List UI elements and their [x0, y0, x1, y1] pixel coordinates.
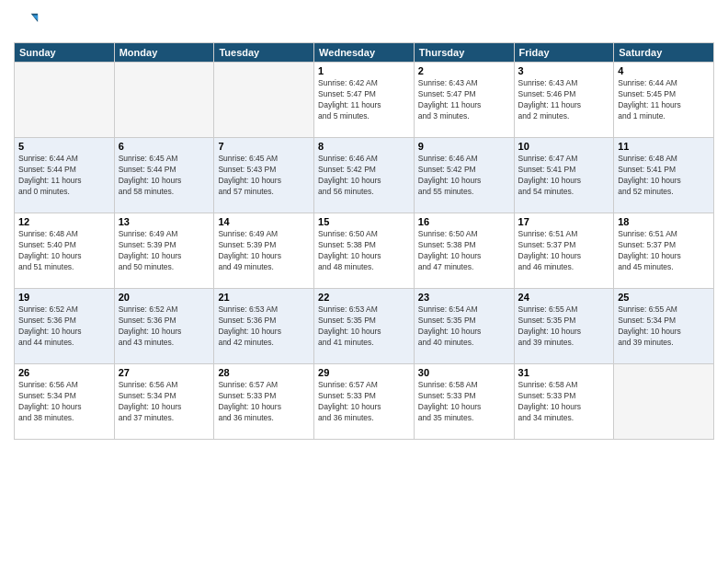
day-info: Sunrise: 6:57 AMSunset: 5:33 PMDaylight:… — [318, 380, 410, 424]
day-info: Sunrise: 6:53 AMSunset: 5:35 PMDaylight:… — [318, 304, 410, 349]
weekday-header-saturday: Saturday — [614, 43, 714, 63]
calendar-cell: 15Sunrise: 6:50 AMSunset: 5:38 PMDayligh… — [314, 213, 415, 289]
header — [14, 9, 714, 35]
calendar-cell: 7Sunrise: 6:45 AMSunset: 5:43 PMDaylight… — [214, 138, 314, 213]
calendar-page: SundayMondayTuesdayWednesdayThursdayFrid… — [0, 0, 728, 563]
day-info: Sunrise: 6:58 AMSunset: 5:33 PMDaylight:… — [518, 380, 610, 424]
weekday-header-tuesday: Tuesday — [214, 43, 314, 63]
calendar-cell: 27Sunrise: 6:56 AMSunset: 5:34 PMDayligh… — [114, 364, 214, 440]
day-number: 30 — [418, 367, 510, 378]
weekday-header-row: SundayMondayTuesdayWednesdayThursdayFrid… — [15, 43, 714, 63]
day-number: 23 — [418, 292, 510, 303]
day-info: Sunrise: 6:43 AMSunset: 5:47 PMDaylight:… — [418, 78, 510, 122]
day-info: Sunrise: 6:52 AMSunset: 5:36 PMDaylight:… — [119, 304, 210, 349]
calendar-cell: 2Sunrise: 6:43 AMSunset: 5:47 PMDaylight… — [414, 63, 514, 138]
day-number: 18 — [618, 216, 710, 227]
day-number: 14 — [218, 216, 310, 227]
day-info: Sunrise: 6:48 AMSunset: 5:41 PMDaylight:… — [618, 154, 710, 198]
calendar-cell: 16Sunrise: 6:50 AMSunset: 5:38 PMDayligh… — [414, 213, 514, 289]
day-info: Sunrise: 6:46 AMSunset: 5:42 PMDaylight:… — [318, 154, 410, 198]
calendar-cell: 22Sunrise: 6:53 AMSunset: 5:35 PMDayligh… — [314, 289, 415, 364]
calendar-cell: 1Sunrise: 6:42 AMSunset: 5:47 PMDaylight… — [314, 63, 415, 138]
calendar-cell: 14Sunrise: 6:49 AMSunset: 5:39 PMDayligh… — [214, 213, 314, 289]
calendar-cell: 5Sunrise: 6:44 AMSunset: 5:44 PMDaylight… — [15, 138, 115, 213]
calendar-cell — [114, 63, 214, 138]
calendar-cell: 21Sunrise: 6:53 AMSunset: 5:36 PMDayligh… — [214, 289, 314, 364]
calendar-cell: 6Sunrise: 6:45 AMSunset: 5:44 PMDaylight… — [114, 138, 214, 213]
svg-rect-0 — [14, 9, 40, 35]
day-info: Sunrise: 6:46 AMSunset: 5:42 PMDaylight:… — [418, 154, 510, 198]
day-info: Sunrise: 6:45 AMSunset: 5:43 PMDaylight:… — [218, 154, 310, 198]
calendar-cell: 10Sunrise: 6:47 AMSunset: 5:41 PMDayligh… — [514, 138, 614, 213]
week-row-3: 12Sunrise: 6:48 AMSunset: 5:40 PMDayligh… — [15, 213, 714, 289]
calendar-cell — [614, 364, 714, 440]
day-info: Sunrise: 6:55 AMSunset: 5:35 PMDaylight:… — [518, 304, 610, 349]
day-info: Sunrise: 6:44 AMSunset: 5:45 PMDaylight:… — [618, 78, 710, 122]
day-info: Sunrise: 6:52 AMSunset: 5:36 PMDaylight:… — [18, 304, 110, 349]
weekday-header-monday: Monday — [114, 43, 214, 63]
day-number: 16 — [418, 216, 510, 227]
day-number: 25 — [618, 292, 710, 303]
day-number: 9 — [418, 141, 510, 152]
calendar-cell: 24Sunrise: 6:55 AMSunset: 5:35 PMDayligh… — [514, 289, 614, 364]
weekday-header-thursday: Thursday — [414, 43, 514, 63]
day-number: 13 — [119, 216, 210, 227]
day-info: Sunrise: 6:53 AMSunset: 5:36 PMDaylight:… — [218, 304, 310, 349]
calendar-cell: 26Sunrise: 6:56 AMSunset: 5:34 PMDayligh… — [15, 364, 115, 440]
day-number: 3 — [518, 65, 610, 76]
day-info: Sunrise: 6:49 AMSunset: 5:39 PMDaylight:… — [218, 229, 310, 273]
day-number: 31 — [518, 367, 610, 378]
day-number: 8 — [318, 141, 410, 152]
day-info: Sunrise: 6:42 AMSunset: 5:47 PMDaylight:… — [318, 78, 410, 122]
day-info: Sunrise: 6:55 AMSunset: 5:34 PMDaylight:… — [618, 304, 710, 349]
weekday-header-friday: Friday — [514, 43, 614, 63]
calendar-table: SundayMondayTuesdayWednesdayThursdayFrid… — [14, 42, 714, 440]
day-info: Sunrise: 6:50 AMSunset: 5:38 PMDaylight:… — [318, 229, 410, 273]
calendar-cell: 18Sunrise: 6:51 AMSunset: 5:37 PMDayligh… — [614, 213, 714, 289]
day-number: 11 — [618, 141, 710, 152]
day-info: Sunrise: 6:48 AMSunset: 5:40 PMDaylight:… — [18, 229, 110, 273]
day-number: 28 — [218, 367, 310, 378]
day-info: Sunrise: 6:45 AMSunset: 5:44 PMDaylight:… — [119, 154, 210, 198]
day-number: 10 — [518, 141, 610, 152]
day-info: Sunrise: 6:56 AMSunset: 5:34 PMDaylight:… — [119, 380, 210, 424]
calendar-cell: 31Sunrise: 6:58 AMSunset: 5:33 PMDayligh… — [514, 364, 614, 440]
calendar-cell: 23Sunrise: 6:54 AMSunset: 5:35 PMDayligh… — [414, 289, 514, 364]
week-row-2: 5Sunrise: 6:44 AMSunset: 5:44 PMDaylight… — [15, 138, 714, 213]
day-number: 21 — [218, 292, 310, 303]
calendar-cell: 20Sunrise: 6:52 AMSunset: 5:36 PMDayligh… — [114, 289, 214, 364]
day-number: 27 — [119, 367, 210, 378]
day-number: 29 — [318, 367, 410, 378]
calendar-cell: 17Sunrise: 6:51 AMSunset: 5:37 PMDayligh… — [514, 213, 614, 289]
calendar-cell — [214, 63, 314, 138]
day-number: 12 — [18, 216, 110, 227]
day-number: 5 — [18, 141, 110, 152]
week-row-4: 19Sunrise: 6:52 AMSunset: 5:36 PMDayligh… — [15, 289, 714, 364]
day-info: Sunrise: 6:43 AMSunset: 5:46 PMDaylight:… — [518, 78, 610, 122]
calendar-cell: 25Sunrise: 6:55 AMSunset: 5:34 PMDayligh… — [614, 289, 714, 364]
day-number: 17 — [518, 216, 610, 227]
day-number: 4 — [618, 65, 710, 76]
day-number: 19 — [18, 292, 110, 303]
day-info: Sunrise: 6:56 AMSunset: 5:34 PMDaylight:… — [18, 380, 110, 424]
calendar-cell: 28Sunrise: 6:57 AMSunset: 5:33 PMDayligh… — [214, 364, 314, 440]
day-info: Sunrise: 6:54 AMSunset: 5:35 PMDaylight:… — [418, 304, 510, 349]
day-info: Sunrise: 6:51 AMSunset: 5:37 PMDaylight:… — [618, 229, 710, 273]
day-info: Sunrise: 6:51 AMSunset: 5:37 PMDaylight:… — [518, 229, 610, 273]
day-number: 15 — [318, 216, 410, 227]
calendar-cell: 4Sunrise: 6:44 AMSunset: 5:45 PMDaylight… — [614, 63, 714, 138]
calendar-cell: 19Sunrise: 6:52 AMSunset: 5:36 PMDayligh… — [15, 289, 115, 364]
day-info: Sunrise: 6:58 AMSunset: 5:33 PMDaylight:… — [418, 380, 510, 424]
weekday-header-sunday: Sunday — [15, 43, 115, 63]
weekday-header-wednesday: Wednesday — [314, 43, 415, 63]
week-row-5: 26Sunrise: 6:56 AMSunset: 5:34 PMDayligh… — [15, 364, 714, 440]
day-number: 26 — [18, 367, 110, 378]
day-number: 20 — [119, 292, 210, 303]
calendar-cell — [15, 63, 115, 138]
day-number: 2 — [418, 65, 510, 76]
day-info: Sunrise: 6:44 AMSunset: 5:44 PMDaylight:… — [18, 154, 110, 198]
day-info: Sunrise: 6:47 AMSunset: 5:41 PMDaylight:… — [518, 154, 610, 198]
calendar-cell: 3Sunrise: 6:43 AMSunset: 5:46 PMDaylight… — [514, 63, 614, 138]
day-number: 24 — [518, 292, 610, 303]
calendar-cell: 12Sunrise: 6:48 AMSunset: 5:40 PMDayligh… — [15, 213, 115, 289]
